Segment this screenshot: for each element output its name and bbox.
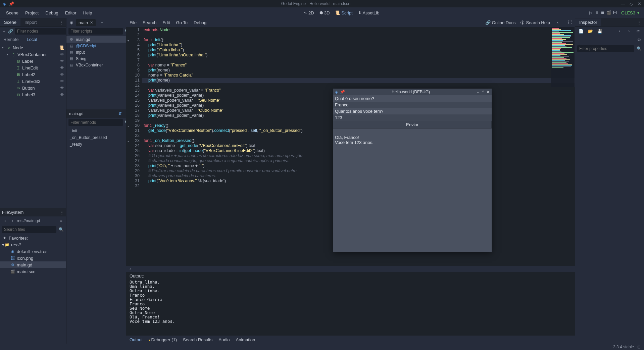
visibility-icon[interactable]: 👁 bbox=[60, 59, 64, 63]
history-icon[interactable]: ⟳ bbox=[635, 28, 641, 34]
subtab-local[interactable]: Local bbox=[27, 37, 37, 42]
tab-debugger[interactable]: ●Debugger (1) bbox=[149, 337, 177, 342]
visibility-icon[interactable]: 👁 bbox=[60, 92, 64, 97]
maximize-icon[interactable]: ◇ bbox=[630, 1, 633, 6]
nav-back-icon[interactable]: ‹ bbox=[2, 218, 8, 224]
fs-item-main.tscn[interactable]: 🎬main.tscn bbox=[0, 268, 66, 275]
filter-methods-input[interactable] bbox=[68, 119, 123, 126]
chevron-down-icon[interactable]: ▾ bbox=[7, 53, 11, 56]
debug-input-nome[interactable] bbox=[333, 102, 492, 108]
nav-back-icon[interactable]: ‹ bbox=[555, 19, 561, 26]
close-icon[interactable]: ✕ bbox=[638, 1, 641, 6]
favorites-row[interactable]: ★ Favorites: bbox=[0, 235, 66, 241]
online-docs-button[interactable]: 🔗Online Docs bbox=[485, 20, 516, 25]
view-mode-icon[interactable]: ≡ bbox=[58, 218, 64, 224]
scene-node-label2[interactable]: ⊟Label2👁 bbox=[0, 71, 66, 78]
scene-node-vboxcontainer[interactable]: ▾▯VBoxContainer👁 bbox=[0, 51, 66, 58]
maximize-icon[interactable]: ⌃ bbox=[482, 90, 485, 94]
minimap[interactable] bbox=[551, 27, 575, 87]
view-3d[interactable]: ⬢3D bbox=[317, 9, 333, 17]
tab-import[interactable]: Import bbox=[20, 18, 41, 26]
fs-item-main.gd[interactable]: ⚙main.gd bbox=[0, 261, 66, 268]
tab-animation[interactable]: Animation bbox=[236, 337, 255, 342]
res-root-row[interactable]: ▾ 📁 res:// bbox=[0, 241, 66, 248]
view-script[interactable]: 📜Script bbox=[332, 9, 355, 17]
close-icon[interactable]: ✕ bbox=[487, 90, 490, 94]
script-item-Input[interactable]: ▤Input bbox=[66, 49, 126, 55]
renderer-dropdown-icon[interactable]: ▾ bbox=[635, 10, 641, 16]
debug-send-button[interactable]: Enviar bbox=[333, 121, 492, 129]
debug-input-idade[interactable] bbox=[333, 114, 492, 121]
play-scene-button[interactable]: 🎬 bbox=[606, 10, 612, 16]
debug-game-window[interactable]: ◈ 📌 Hello-world (DEBUG) ⌄ ⌃ ✕ Qual é o s… bbox=[333, 89, 492, 252]
link-node-button[interactable]: 🔗 bbox=[8, 28, 13, 34]
filter-properties-input[interactable] bbox=[577, 45, 634, 52]
layout-icon[interactable]: ⊞ bbox=[637, 345, 641, 349]
view-assetlib[interactable]: ⬇AssetLib bbox=[355, 9, 382, 17]
scene-node-node[interactable]: ▾○Node📜 bbox=[0, 44, 66, 51]
tab-output[interactable]: Output bbox=[130, 337, 143, 342]
scene-node-label[interactable]: ⊟Label👁 bbox=[0, 58, 66, 64]
filter-nodes-input[interactable] bbox=[15, 28, 69, 35]
nav-fwd-icon[interactable]: › bbox=[9, 218, 15, 224]
visibility-icon[interactable]: 👁 bbox=[60, 86, 64, 90]
pause-button[interactable]: ⏸ bbox=[594, 10, 600, 16]
stop-button[interactable]: ⏹ bbox=[600, 10, 606, 16]
chevron-down-icon[interactable]: ▾ bbox=[2, 242, 4, 247]
method-_init[interactable]: _init bbox=[66, 128, 126, 134]
pin-icon[interactable]: 📌 bbox=[340, 90, 345, 94]
search-help-button[interactable]: 🛈Search Help bbox=[520, 20, 550, 25]
fs-item-default_env.tres[interactable]: ◉default_env.tres bbox=[0, 248, 66, 255]
visibility-icon[interactable]: 👁 bbox=[60, 65, 64, 70]
visibility-icon[interactable]: 👁 bbox=[60, 72, 64, 77]
script-menu-search[interactable]: Search bbox=[143, 20, 156, 25]
expand-icon[interactable]: ⛶ bbox=[567, 19, 573, 26]
history-fwd-icon[interactable]: › bbox=[626, 28, 632, 34]
script-item-GDScript[interactable]: ▤@GDScript bbox=[66, 43, 126, 49]
minimize-icon[interactable]: ⌄ bbox=[477, 90, 480, 94]
play-project-button[interactable]: ▷ bbox=[588, 10, 594, 16]
method-_on_Button_pressed[interactable]: _on_Button_pressed bbox=[66, 134, 126, 141]
filesystem-search-input[interactable] bbox=[2, 226, 56, 233]
save-resource-icon[interactable]: 💾 bbox=[597, 28, 603, 34]
script-menu-goto[interactable]: Go To bbox=[176, 20, 188, 25]
pin-icon[interactable]: 📌 bbox=[9, 1, 14, 6]
sort-icon[interactable]: ⇵ bbox=[117, 111, 123, 117]
menu-help[interactable]: Help bbox=[80, 9, 96, 17]
script-item-String[interactable]: ▤String bbox=[66, 55, 126, 62]
fs-item-icon.png[interactable]: 🖼icon.png bbox=[0, 255, 66, 261]
script-item-VBoxContainer[interactable]: ▤VBoxContainer bbox=[66, 62, 126, 68]
menu-editor[interactable]: Editor bbox=[62, 9, 80, 17]
method-_ready[interactable]: _ready bbox=[66, 141, 126, 148]
filesystem-menu-icon[interactable]: ⋮ bbox=[60, 210, 64, 215]
close-tab-icon[interactable]: ✕ bbox=[90, 20, 93, 25]
new-tab-icon[interactable]: ＋ bbox=[97, 19, 107, 26]
menu-scene[interactable]: Scene bbox=[3, 9, 22, 17]
visibility-icon[interactable]: 👁 bbox=[60, 79, 64, 84]
editor-tab-main[interactable]: main ✕ bbox=[76, 19, 96, 26]
output-body[interactable]: Outra linha. Uma linha. Outra linha. Fra… bbox=[126, 280, 575, 336]
renderer-label[interactable]: GLES3 bbox=[621, 10, 635, 15]
minimize-icon[interactable]: — bbox=[621, 1, 625, 6]
script-menu-edit[interactable]: Edit bbox=[162, 20, 170, 25]
script-menu-debug[interactable]: Debug bbox=[194, 20, 206, 25]
add-node-button[interactable]: ＋ bbox=[2, 28, 6, 34]
visibility-icon[interactable]: 👁 bbox=[60, 52, 64, 57]
scene-node-button[interactable]: ▭Button👁 bbox=[0, 85, 66, 91]
filter-scripts-input[interactable] bbox=[68, 28, 123, 35]
scene-node-lineedit2[interactable]: ⌶LineEdit2👁 bbox=[0, 78, 66, 85]
filesystem-path[interactable]: res://main.gd bbox=[17, 218, 57, 223]
subtab-remote[interactable]: Remote bbox=[3, 37, 19, 42]
script-attached-icon[interactable]: 📜 bbox=[59, 45, 64, 50]
script-menu-file[interactable]: File bbox=[130, 20, 137, 25]
scene-node-label3[interactable]: ⊟Label3👁 bbox=[0, 91, 66, 98]
tab-search-results[interactable]: Search Results bbox=[183, 337, 212, 342]
new-resource-icon[interactable]: 📄 bbox=[578, 28, 584, 34]
scene-panel-menu-icon[interactable]: ⋮ bbox=[56, 20, 66, 25]
settings-icon[interactable]: ⚙ bbox=[636, 37, 642, 43]
view-2d[interactable]: ↖2D bbox=[301, 9, 317, 17]
tab-audio[interactable]: Audio bbox=[218, 337, 230, 342]
tab-scene[interactable]: Scene bbox=[0, 18, 20, 26]
scene-node-lineedit[interactable]: ⌶LineEdit👁 bbox=[0, 64, 66, 71]
script-item-maingd[interactable]: ⚙main.gd bbox=[66, 36, 126, 43]
